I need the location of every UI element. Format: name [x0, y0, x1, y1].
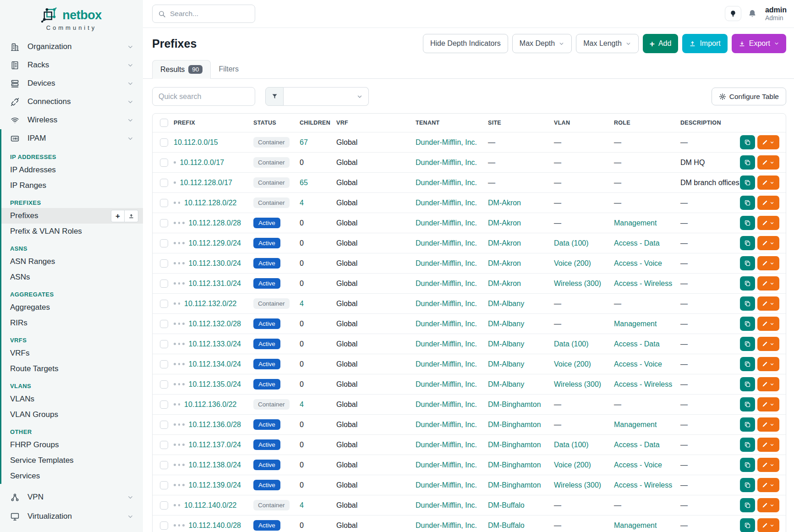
vlan-link[interactable]: Data (100): [554, 441, 589, 449]
notifications-bell-icon[interactable]: [748, 9, 757, 18]
configure-table-button[interactable]: Configure Table: [712, 88, 786, 105]
edit-button[interactable]: [757, 256, 779, 270]
column-header-role[interactable]: ROLE: [614, 120, 680, 126]
site-link[interactable]: DM-Binghamton: [488, 421, 541, 428]
tenant-link[interactable]: Dunder-Mifflin, Inc.: [416, 441, 477, 449]
sidebar-item-vpn[interactable]: VPN: [0, 488, 143, 507]
row-checkbox[interactable]: [160, 159, 168, 167]
edit-button[interactable]: [757, 196, 779, 210]
vlan-link[interactable]: Wireless (300): [554, 380, 601, 388]
row-checkbox[interactable]: [160, 400, 168, 409]
children-count-link[interactable]: 65: [300, 179, 308, 186]
sidebar-item-fhrp-groups[interactable]: FHRP Groups: [1, 437, 143, 453]
sidebar-item-vlans[interactable]: VLANs: [1, 391, 143, 407]
edit-button[interactable]: [757, 296, 779, 311]
role-link[interactable]: Management: [614, 521, 657, 529]
role-link[interactable]: Access - Data: [614, 441, 660, 449]
vlan-link[interactable]: Wireless (300): [554, 481, 601, 489]
edit-button[interactable]: [757, 357, 779, 371]
prefix-link[interactable]: 10.112.131.0/24: [189, 280, 241, 288]
vlan-link[interactable]: Data (100): [554, 340, 589, 348]
edit-button[interactable]: [757, 417, 779, 432]
clone-button[interactable]: [740, 438, 755, 452]
sidebar-item-organization[interactable]: Organization: [0, 38, 143, 56]
clone-button[interactable]: [740, 458, 755, 472]
site-link[interactable]: DM-Buffalo: [488, 521, 525, 529]
role-link[interactable]: Management: [614, 219, 657, 227]
row-checkbox[interactable]: [160, 179, 168, 187]
import-prefix-button[interactable]: [125, 210, 138, 222]
vlan-link[interactable]: Data (100): [554, 239, 589, 247]
clone-button[interactable]: [740, 498, 755, 512]
row-checkbox[interactable]: [160, 521, 168, 530]
quick-search[interactable]: [152, 87, 255, 106]
tenant-link[interactable]: Dunder-Mifflin, Inc.: [416, 300, 477, 307]
sidebar-item-wireless[interactable]: Wireless: [0, 111, 143, 129]
vlan-link[interactable]: Voice (200): [554, 461, 591, 469]
sidebar-item-asns[interactable]: ASNs: [1, 269, 143, 285]
children-count-link[interactable]: 4: [300, 400, 304, 408]
sidebar-item-route-targets[interactable]: Route Targets: [1, 361, 143, 377]
tenant-link[interactable]: Dunder-Mifflin, Inc.: [416, 421, 477, 428]
search-input[interactable]: [170, 10, 243, 18]
export-button[interactable]: Export: [732, 34, 786, 53]
children-count-link[interactable]: 4: [300, 501, 304, 509]
vlan-link[interactable]: Voice (200): [554, 360, 591, 368]
clone-button[interactable]: [740, 155, 755, 170]
sidebar-item-virtualization[interactable]: Virtualization: [0, 507, 143, 526]
row-checkbox[interactable]: [160, 340, 168, 348]
site-link[interactable]: DM-Albany: [488, 320, 524, 328]
prefix-link[interactable]: 10.112.0.0/17: [180, 159, 225, 167]
row-checkbox[interactable]: [160, 259, 168, 268]
global-search[interactable]: [152, 5, 255, 23]
prefix-link[interactable]: 10.112.129.0/24: [189, 239, 241, 247]
prefix-link[interactable]: 10.112.130.0/24: [189, 259, 241, 268]
clone-button[interactable]: [740, 377, 755, 391]
column-header-status[interactable]: STATUS: [253, 120, 300, 126]
max-depth-dropdown[interactable]: Max Depth: [512, 34, 572, 53]
hide-depth-indicators-button[interactable]: Hide Depth Indicators: [423, 34, 508, 53]
children-count-link[interactable]: 4: [300, 199, 304, 207]
edit-button[interactable]: [757, 135, 779, 149]
site-link[interactable]: DM-Akron: [488, 280, 521, 287]
site-link[interactable]: DM-Albany: [488, 300, 524, 307]
role-link[interactable]: Access - Voice: [614, 461, 662, 469]
prefix-link[interactable]: 10.112.132.0/22: [184, 300, 236, 308]
user-menu[interactable]: admin Admin: [763, 6, 787, 22]
role-link[interactable]: Access - Wireless: [614, 380, 672, 388]
edit-button[interactable]: [757, 518, 779, 532]
site-link[interactable]: DM-Akron: [488, 239, 521, 247]
sidebar-item-service-templates[interactable]: Service Templates: [1, 453, 143, 468]
column-header-vrf[interactable]: VRF: [336, 120, 416, 126]
brand[interactable]: netbox Community: [0, 0, 143, 31]
tab-filters[interactable]: Filters: [211, 60, 246, 78]
row-checkbox[interactable]: [160, 441, 168, 449]
clone-button[interactable]: [740, 216, 755, 230]
edit-button[interactable]: [757, 236, 779, 250]
sidebar-item-devices[interactable]: Devices: [0, 74, 143, 93]
sidebar-item-prefix-vlan-roles[interactable]: Prefix & VLAN Roles: [1, 224, 143, 239]
tenant-link[interactable]: Dunder-Mifflin, Inc.: [416, 380, 477, 388]
tenant-link[interactable]: Dunder-Mifflin, Inc.: [416, 481, 477, 489]
tenant-link[interactable]: Dunder-Mifflin, Inc.: [416, 461, 477, 469]
role-link[interactable]: Access - Voice: [614, 259, 662, 267]
role-link[interactable]: Access - Data: [614, 340, 660, 348]
saved-filter-select[interactable]: [284, 87, 369, 106]
sidebar-item-racks[interactable]: Racks: [0, 56, 143, 74]
tenant-link[interactable]: Dunder-Mifflin, Inc.: [416, 179, 477, 186]
prefix-link[interactable]: 10.112.134.0/24: [189, 360, 241, 368]
sidebar-item-circuits[interactable]: Circuits: [0, 526, 143, 532]
sidebar-item-services[interactable]: Services: [1, 468, 143, 484]
site-link[interactable]: DM-Albany: [488, 360, 524, 368]
clone-button[interactable]: [740, 236, 755, 250]
row-checkbox[interactable]: [160, 360, 168, 368]
sidebar-item-vlan-groups[interactable]: VLAN Groups: [1, 407, 143, 422]
site-link[interactable]: DM-Akron: [488, 199, 521, 207]
prefix-link[interactable]: 10.112.128.0/28: [189, 219, 241, 227]
import-button[interactable]: Import: [682, 34, 727, 53]
column-header-vlan[interactable]: VLAN: [554, 120, 614, 126]
sidebar-item-ip-addresses[interactable]: IP Addresses: [1, 162, 143, 178]
tenant-link[interactable]: Dunder-Mifflin, Inc.: [416, 501, 477, 509]
site-link[interactable]: DM-Binghamton: [488, 461, 541, 469]
row-checkbox[interactable]: [160, 219, 168, 227]
